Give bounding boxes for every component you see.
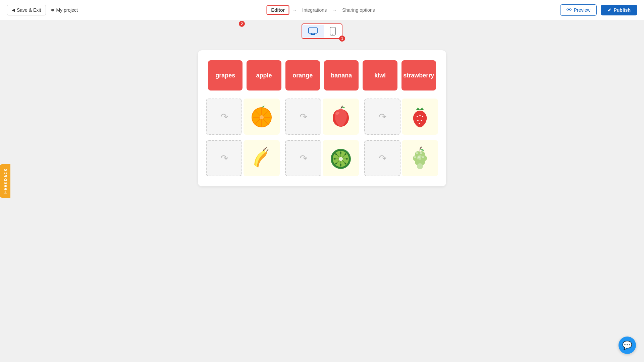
drop-cell-strawberry-filled[interactable] <box>402 99 438 135</box>
nav-arrow-2: → <box>332 7 337 13</box>
rotate-icon: ↷ <box>220 111 228 122</box>
header-nav: Editor → Integrations → Sharing options <box>267 5 378 15</box>
svg-point-23 <box>339 157 343 161</box>
view-toggle: 1 <box>302 23 342 39</box>
rotate-icon-2: ↷ <box>300 111 307 122</box>
svg-point-25 <box>346 158 348 160</box>
rotate-icon-3: ↷ <box>379 111 386 122</box>
drop-cell-orange-filled[interactable] <box>244 99 280 135</box>
header-left: ◀ Save & Exit My project <box>7 5 78 15</box>
kiwi-image <box>327 145 354 172</box>
svg-point-42 <box>420 152 422 154</box>
svg-point-26 <box>340 164 341 166</box>
svg-point-12 <box>260 115 264 119</box>
fruit-label-grapes[interactable]: grapes <box>208 60 243 90</box>
svg-point-27 <box>334 158 336 160</box>
drop-cell-kiwi-filled[interactable] <box>323 140 359 176</box>
publish-label: Publish <box>613 7 631 13</box>
eye-icon: 👁 <box>567 7 572 13</box>
badge-editor: 2 <box>239 21 245 27</box>
nav-integrations[interactable]: Integrations <box>300 6 329 14</box>
svg-point-44 <box>418 156 420 158</box>
drop-cell-banana-empty[interactable]: ↷ <box>206 140 242 176</box>
svg-point-41 <box>416 152 418 154</box>
fruit-label-kiwi[interactable]: kiwi <box>363 60 397 90</box>
rotate-icon-6: ↷ <box>379 153 386 164</box>
match-rows: ↷ <box>208 99 436 176</box>
preview-button[interactable]: 👁 Preview <box>560 4 597 16</box>
project-name-label: My project <box>56 7 78 13</box>
fruit-label-apple[interactable]: apple <box>247 60 281 90</box>
fruit-label-banana[interactable]: banana <box>324 60 359 90</box>
mobile-view-button[interactable] <box>324 24 342 38</box>
nav-editor[interactable]: Editor <box>267 5 289 15</box>
save-exit-label: Save & Exit <box>17 7 41 13</box>
fruit-label-orange[interactable]: orange <box>285 60 320 90</box>
drop-cell-grapes-empty[interactable]: ↷ <box>364 140 400 176</box>
svg-point-43 <box>414 156 416 158</box>
svg-point-40 <box>417 163 423 169</box>
mobile-icon <box>330 27 336 36</box>
view-toggle-group <box>302 23 342 39</box>
feedback-tab[interactable]: Feedback <box>0 164 10 198</box>
match-row-2: ↷ <box>208 140 436 176</box>
match-pair-kiwi: ↷ <box>285 140 359 176</box>
badge-view: 1 <box>339 36 345 42</box>
rotate-icon-5: ↷ <box>300 153 307 164</box>
drop-cell-apple-empty[interactable]: ↷ <box>285 99 321 135</box>
match-pair-strawberry: ↷ <box>364 99 438 135</box>
fruit-label-strawberry[interactable]: strawberry <box>401 60 436 90</box>
orange-image <box>248 103 275 130</box>
drop-cell-orange-empty[interactable]: ↷ <box>206 99 242 135</box>
activity-card: grapes apple orange banana kiwi strawber… <box>198 50 446 186</box>
fruit-labels-row: grapes apple orange banana kiwi strawber… <box>208 60 436 90</box>
svg-point-5 <box>332 34 333 35</box>
svg-rect-0 <box>309 28 317 33</box>
arrow-left-icon: ◀ <box>12 8 15 12</box>
desktop-view-button[interactable] <box>302 25 324 38</box>
drop-cell-apple-filled[interactable] <box>323 99 359 135</box>
svg-point-45 <box>422 156 424 158</box>
chat-button[interactable]: 💬 <box>619 337 636 354</box>
grapes-image <box>407 145 433 172</box>
rotate-icon-4: ↷ <box>220 153 228 164</box>
save-exit-button[interactable]: ◀ Save & Exit <box>7 5 46 15</box>
preview-label: Preview <box>574 7 591 13</box>
view-toggle-container: 2 1 <box>0 20 644 40</box>
feedback-label: Feedback <box>0 164 10 198</box>
drop-cell-banana-filled[interactable] <box>244 140 280 176</box>
nav-sharing[interactable]: Sharing options <box>339 6 377 14</box>
match-pair-grapes: ↷ <box>364 140 438 176</box>
header: ◀ Save & Exit My project Editor → Integr… <box>0 0 644 20</box>
drop-cell-grapes-filled[interactable] <box>402 140 438 176</box>
project-name: My project <box>51 7 78 13</box>
banana-image <box>248 145 275 172</box>
match-pair-banana: ↷ <box>206 140 280 176</box>
drop-cell-kiwi-empty[interactable]: ↷ <box>285 140 321 176</box>
match-pair-orange: ↷ <box>206 99 280 135</box>
svg-point-24 <box>340 152 341 154</box>
strawberry-image <box>407 103 433 130</box>
desktop-icon <box>308 27 318 35</box>
publish-button[interactable]: ✔ Publish <box>601 5 637 15</box>
nav-arrow-1: → <box>292 7 297 13</box>
apple-image <box>327 103 354 130</box>
main-content: grapes apple orange banana kiwi strawber… <box>0 40 644 196</box>
header-right: 👁 Preview ✔ Publish <box>560 4 637 16</box>
check-icon: ✔ <box>607 7 611 13</box>
match-row-1: ↷ <box>208 99 436 135</box>
drop-cell-strawberry-empty[interactable]: ↷ <box>364 99 400 135</box>
chat-icon: 💬 <box>622 341 632 350</box>
match-pair-apple: ↷ <box>285 99 359 135</box>
project-dot <box>51 9 54 11</box>
